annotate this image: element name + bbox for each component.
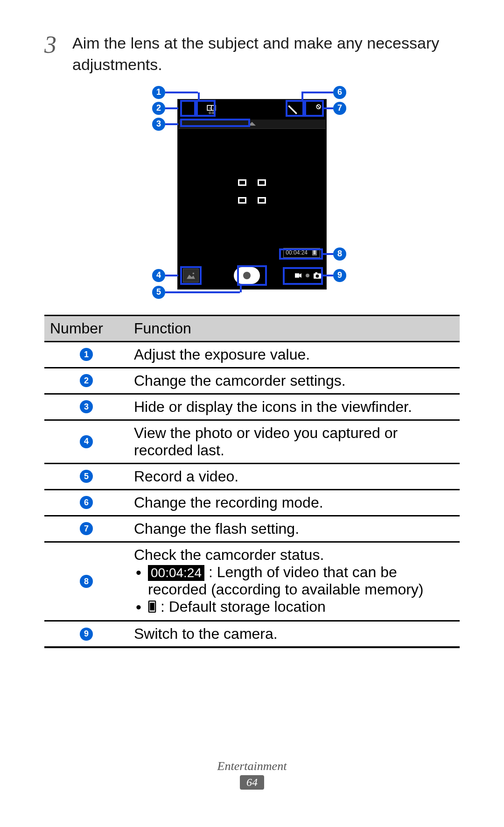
header-number: Number xyxy=(44,315,128,341)
function-table: Number Function 1 Adjust the exposure va… xyxy=(44,315,460,649)
callout-badge-8: 8 xyxy=(333,247,346,261)
row-badge: 8 xyxy=(80,575,93,588)
table-row: 3 Hide or display the icons in the viewf… xyxy=(44,394,460,420)
table-row: 8 Check the camcorder status. 00:04:24 :… xyxy=(44,542,460,621)
callout-badge-4: 4 xyxy=(152,269,165,282)
row-badge: 3 xyxy=(80,400,93,413)
section-name: Entertainment xyxy=(0,759,504,773)
table-header-row: Number Function xyxy=(44,315,460,341)
table-row: 4 View the photo or video you captured o… xyxy=(44,420,460,463)
focus-brackets xyxy=(238,179,266,204)
row8-heading: Check the camcorder status. xyxy=(134,546,454,564)
row-badge: 1 xyxy=(80,348,93,361)
table-row: 5 Record a video. xyxy=(44,463,460,489)
table-row: 6 Change the recording mode. xyxy=(44,489,460,516)
table-row: 7 Change the flash setting. xyxy=(44,516,460,542)
row-function: Hide or display the icons in the viewfin… xyxy=(128,394,460,420)
row8-bullet1: 00:04:24 : Length of video that can be r… xyxy=(134,564,454,599)
table-row: 2 Change the camcorder settings. xyxy=(44,368,460,394)
callout-badge-1: 1 xyxy=(152,86,165,99)
row-badge: 5 xyxy=(80,470,93,483)
callout-badge-7: 7 xyxy=(333,102,346,115)
row-function: Check the camcorder status. 00:04:24 : L… xyxy=(128,542,460,621)
table-row: 1 Adjust the exposure value. xyxy=(44,341,460,368)
callout-badge-3: 3 xyxy=(152,118,165,131)
svg-rect-22 xyxy=(150,603,154,611)
phone-storage-icon xyxy=(148,599,156,616)
callout-badge-9: 9 xyxy=(333,269,346,282)
callout-badge-6: 6 xyxy=(333,86,346,99)
row-function: Adjust the exposure value. xyxy=(128,341,460,368)
row8-bullet2-text: : Default storage location xyxy=(156,598,326,615)
row-function: Switch to the camera. xyxy=(128,621,460,648)
row8-bullet2: : Default storage location xyxy=(134,598,454,616)
row-function: Change the recording mode. xyxy=(128,489,460,516)
row-badge: 7 xyxy=(80,522,93,535)
callout-badge-5: 5 xyxy=(152,286,165,299)
row-badge: 4 xyxy=(80,435,93,448)
row-function: Record a video. xyxy=(128,463,460,489)
row-badge: 9 xyxy=(80,628,93,641)
step-number: 3 xyxy=(44,33,63,57)
phone-frame: +- 0.0 00:04 xyxy=(177,99,327,290)
row-function: Change the flash setting. xyxy=(128,516,460,542)
table-row: 9 Switch to the camera. xyxy=(44,621,460,648)
header-function: Function xyxy=(128,315,460,341)
row-function: Change the camcorder settings. xyxy=(128,368,460,394)
callout-badge-2: 2 xyxy=(152,102,165,115)
row-badge: 6 xyxy=(80,496,93,509)
instruction-step: 3 Aim the lens at the subject and make a… xyxy=(44,33,460,76)
page-footer: Entertainment 64 xyxy=(0,759,504,790)
page-number: 64 xyxy=(240,775,264,790)
step-text: Aim the lens at the subject and make any… xyxy=(72,33,460,76)
time-chip: 00:04:24 xyxy=(148,565,204,581)
camcorder-screenshot-figure: +- 0.0 00:04 xyxy=(44,86,460,301)
row-badge: 2 xyxy=(80,374,93,387)
row-function: View the photo or video you captured or … xyxy=(128,420,460,463)
